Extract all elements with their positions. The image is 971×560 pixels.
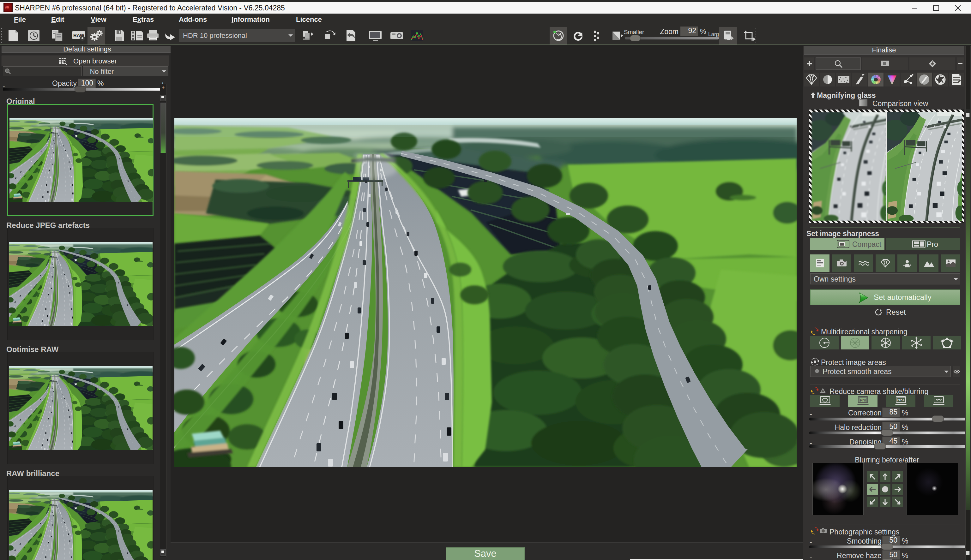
- svg-text:Pro+: Pro+: [897, 398, 905, 402]
- svg-text:Pro: Pro: [860, 398, 866, 402]
